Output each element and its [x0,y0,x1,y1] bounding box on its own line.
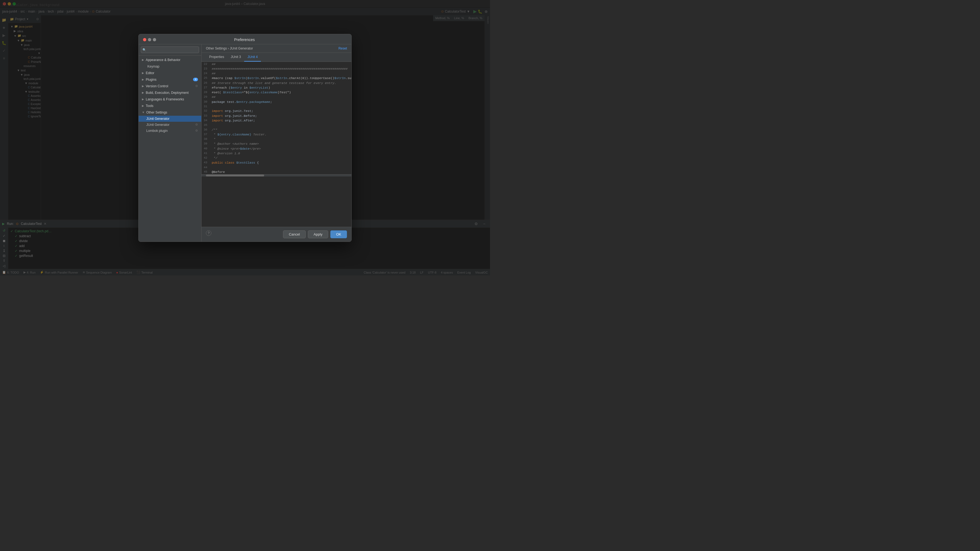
line-content: ## [210,95,352,99]
dialog-search-area: 🔍 [138,44,201,56]
settings-icon: ⚙ [195,123,198,126]
line-content: * @author <Authors name> [210,142,352,146]
line-number: 31 [202,104,210,109]
line-number: 34 [202,118,210,123]
line-number: 25 [202,76,210,80]
line-content: ########################################… [210,67,352,71]
nav-plugins[interactable]: ▶ Plugins 4 [138,76,201,83]
line-number: 41 [202,151,210,156]
line-content [210,104,352,109]
tab-junit3[interactable]: JUnit 3 [228,53,244,62]
plugins-badge: 4 [193,78,198,81]
code-line-30: 30 package test.$entry.packageName; [202,100,352,104]
dialog-title-bar: Preferences [138,34,352,44]
code-line-22: 22 ## [202,62,352,67]
line-content: ## Iterate through the list and generate… [210,81,352,85]
line-number: 45 [202,170,210,174]
nav-languages[interactable]: ▶ Languages & Frameworks [138,96,201,103]
preferences-dialog: Preferences 🔍 [138,34,352,242]
content-area: // Calculator.java background Preference… [41,15,485,276]
line-number: 29 [202,95,210,99]
expand-icon: ▶ [142,78,144,81]
code-line-35: 35 [202,123,352,127]
line-content: * [210,137,352,142]
search-icon: 🔍 [142,48,146,51]
reset-button[interactable]: Reset [339,46,347,50]
code-line-31: 31 [202,104,352,109]
code-line-28: 28 #set( $testClass="${entry.className}T… [202,90,352,95]
line-content: public class $testClass { [210,160,352,165]
code-line-33: 33 import org.junit.Before; [202,113,352,118]
line-content: import org.junit.Before; [210,113,352,118]
line-content: ## [210,62,352,67]
code-line-32: 32 import org.junit.Test; [202,108,352,113]
nav-vcs[interactable]: ▶ Version Control ⚙ [138,83,201,89]
code-line-40: 40 * @since <pre>$date</pre> [202,147,352,151]
nav-junit-generator-2[interactable]: JUnit Generator ⚙ [138,122,201,128]
line-number: 44 [202,165,210,170]
scrollbar-thumb[interactable] [206,175,264,177]
code-line-26: 26 ## Iterate through the list and gener… [202,81,352,85]
line-number: 26 [202,81,210,85]
line-content: * @version 1.0 [210,151,352,156]
cancel-button[interactable]: Cancel [283,230,305,238]
line-content: * ${entry.className} Tester. [210,132,352,137]
line-content: import org.junit.Test; [210,108,352,113]
nav-junit-generator-selected[interactable]: JUnit Generator [138,116,201,122]
line-number: 22 [202,62,210,67]
expand-icon: ▶ [142,58,144,61]
apply-button[interactable]: Apply [308,230,328,238]
ok-button[interactable]: OK [330,230,347,238]
line-number: 40 [202,147,210,151]
code-line-37: 37 * ${entry.className} Tester. [202,132,352,137]
dialog-close-button[interactable] [143,38,146,41]
nav-editor[interactable]: ▶ Editor [138,70,201,76]
line-content [210,165,352,170]
dialog-footer: ? Cancel Apply OK [202,227,352,242]
dialog-tabs: Properties JUnit 3 JUnit 4 [202,53,352,62]
line-content: @Before [210,170,352,174]
code-line-41: 41 * @version 1.0 [202,151,352,156]
code-line-36: 36 /** [202,127,352,132]
code-line-42: 42 */ [202,156,352,160]
line-content [210,123,352,127]
code-content[interactable]: 22 ## 23 ###############################… [202,62,352,227]
code-line-27: 27 #foreach ($entry in $entryList) [202,85,352,90]
nav-lombok[interactable]: Lombok plugin ⚙ [138,128,201,134]
nav-build[interactable]: ▶ Build, Execution, Deployment [138,89,201,96]
line-content: #foreach ($entry in $entryList) [210,85,352,90]
dialog-title: Preferences [234,37,255,42]
code-line-38: 38 * [202,137,352,142]
line-number: 33 [202,113,210,118]
tab-junit4[interactable]: JUnit 4 [244,53,261,62]
nav-tools[interactable]: ▶ Tools [138,103,201,109]
line-number: 23 [202,67,210,71]
dialog-nav: ▶ Appearance & Behavior Keymap ▶ Editor [138,56,201,242]
code-table: 22 ## 23 ###############################… [202,62,352,175]
search-input[interactable] [141,46,199,53]
line-content: #macro (cap $strIn)$strIn.valueOf($strIn… [210,76,352,80]
code-line-45: 45 @Before [202,170,352,174]
dialog-traffic-lights [143,38,156,41]
nav-other-settings[interactable]: ▼ Other Settings [138,109,201,116]
nav-appearance[interactable]: ▶ Appearance & Behavior [138,57,201,63]
code-line-25: 25 #macro (cap $strIn)$strIn.valueOf($st… [202,76,352,80]
expand-icon: ▶ [142,98,144,101]
line-number: 28 [202,90,210,95]
code-line-29: 29 ## [202,95,352,99]
code-line-39: 39 * @author <Authors name> [202,142,352,146]
line-content: /** [210,127,352,132]
line-number: 32 [202,108,210,113]
expand-icon: ▼ [142,111,145,114]
tab-properties[interactable]: Properties [206,53,228,62]
line-number: 38 [202,137,210,142]
dialog-sidebar: 🔍 ▶ Appearance & Behavior Keyma [138,44,202,242]
help-icon[interactable]: ? [206,230,212,236]
line-number: 36 [202,127,210,132]
code-line-24: 24 ## [202,71,352,76]
line-number: 30 [202,100,210,104]
expand-icon: ▶ [142,104,144,107]
horizontal-scrollbar[interactable] [202,174,352,177]
nav-keymap[interactable]: Keymap [138,63,201,70]
settings-icon: ⚙ [195,84,198,88]
